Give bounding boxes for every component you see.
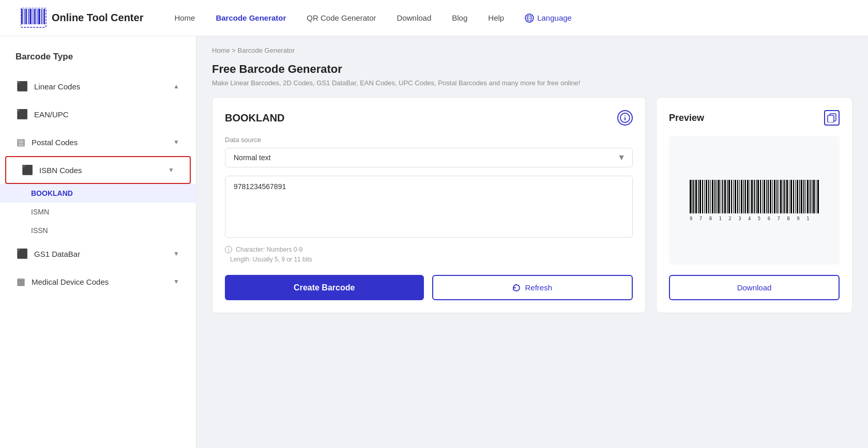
nav-help[interactable]: Help (488, 13, 504, 22)
nav-home[interactable]: Home (174, 13, 195, 22)
medical-label: Medical Device Codes (32, 277, 109, 286)
language-selector[interactable]: Language (525, 13, 572, 23)
header: Online Tool Center Home Barcode Generato… (0, 0, 868, 36)
svg-rect-65 (779, 180, 779, 213)
svg-rect-25 (695, 180, 697, 213)
svg-rect-84 (817, 180, 819, 213)
svg-rect-42 (731, 180, 732, 213)
svg-rect-57 (762, 180, 763, 213)
isbn-codes-label: ISBN Codes (39, 166, 82, 175)
svg-point-18 (625, 116, 626, 117)
gs1-label: GS1 DataBar (34, 250, 80, 258)
svg-rect-77 (803, 180, 804, 213)
svg-rect-9 (41, 9, 42, 24)
nav-download[interactable]: Download (397, 13, 432, 22)
svg-rect-78 (805, 180, 806, 213)
svg-rect-34 (714, 180, 715, 213)
svg-rect-81 (812, 180, 813, 213)
hint-icon: i (225, 246, 232, 253)
svg-rect-3 (28, 9, 29, 24)
svg-rect-22 (690, 180, 691, 213)
svg-rect-72 (793, 180, 794, 213)
svg-rect-49 (745, 180, 746, 213)
svg-rect-6 (34, 9, 36, 24)
sidebar-sub-ismn[interactable]: ISMN (0, 203, 196, 221)
breadcrumb-current: Barcode Generator (238, 47, 295, 54)
sidebar-item-postal-codes[interactable]: ▤ Postal Codes ▼ (0, 128, 196, 156)
datasource-label: Data source (225, 136, 633, 144)
sidebar-sub-bookland[interactable]: BOOKLAND (0, 184, 196, 203)
svg-rect-30 (706, 180, 707, 213)
svg-rect-71 (790, 180, 792, 213)
sidebar-item-medical[interactable]: ▦ Medical Device Codes ▼ (0, 268, 196, 296)
svg-rect-40 (727, 180, 728, 213)
svg-rect-5 (33, 9, 34, 24)
main-layout: Barcode Type ⬛ Linear Codes ▲ ⬛ EAN/UPC … (0, 36, 868, 448)
panel-title: BOOKLAND (225, 112, 285, 124)
svg-rect-23 (692, 180, 693, 213)
sidebar-sub-issn[interactable]: ISSN (0, 221, 196, 240)
copy-icon[interactable] (824, 110, 840, 126)
sidebar-title: Barcode Type (0, 47, 196, 72)
barcode-image: 9 7 8 1 2 3 4 5 6 7 8 9 1 (687, 180, 821, 221)
svg-rect-4 (29, 9, 32, 24)
svg-rect-55 (757, 180, 759, 213)
svg-rect-46 (739, 180, 740, 213)
qr-icon: ▦ (17, 276, 25, 287)
svg-rect-83 (816, 180, 816, 213)
svg-rect-67 (783, 180, 784, 213)
svg-rect-39 (724, 180, 726, 213)
svg-rect-38 (722, 180, 723, 213)
ean-upc-label: EAN/UPC (34, 110, 69, 119)
language-label: Language (537, 13, 572, 22)
sidebar-item-ean-upc[interactable]: ⬛ EAN/UPC (0, 100, 196, 128)
create-barcode-button[interactable]: Create Barcode (225, 275, 424, 300)
nav-qr-code[interactable]: QR Code Generator (307, 13, 376, 22)
chevron-down-icon-4: ▼ (173, 278, 179, 285)
chevron-down-icon: ▼ (173, 138, 179, 146)
refresh-icon (512, 284, 521, 292)
barcode-icon-2: ⬛ (17, 109, 28, 120)
panels: BOOKLAND Data source Normal text URL (212, 97, 852, 313)
download-button[interactable]: Download (669, 275, 840, 300)
button-row: Create Barcode Refresh (225, 275, 633, 300)
logo-area: Online Tool Center (21, 8, 143, 28)
svg-rect-61 (770, 180, 771, 213)
sidebar-item-linear-codes[interactable]: ⬛ Linear Codes ▲ (0, 72, 196, 100)
barcode-value-input[interactable]: 9781234567891 (225, 176, 633, 238)
svg-rect-66 (780, 180, 782, 213)
refresh-button[interactable]: Refresh (432, 275, 633, 300)
svg-rect-73 (795, 180, 796, 213)
svg-rect-80 (810, 180, 811, 213)
svg-rect-2 (25, 9, 27, 24)
breadcrumb-home[interactable]: Home (212, 47, 230, 54)
info-icon[interactable] (617, 110, 633, 126)
chevron-up-icon: ▲ (173, 83, 179, 90)
svg-rect-54 (756, 180, 757, 213)
svg-rect-51 (750, 180, 750, 213)
hint-line1: Character: Numbers 0-9 (236, 246, 302, 253)
svg-rect-68 (784, 180, 785, 213)
sidebar-item-isbn-codes[interactable]: ⬛ ISBN Codes ▼ (5, 156, 191, 184)
barcode-icon-4: ⬛ (22, 164, 33, 176)
chevron-down-icon-3: ▼ (173, 250, 179, 257)
sidebar-item-gs1[interactable]: ⬛ GS1 DataBar ▼ (0, 240, 196, 268)
svg-rect-36 (718, 180, 720, 213)
svg-rect-63 (774, 180, 775, 213)
datasource-select[interactable]: Normal text URL Email (225, 148, 633, 167)
nav-barcode-generator[interactable]: Barcode Generator (216, 13, 286, 22)
svg-rect-10 (43, 9, 45, 24)
svg-rect-0 (21, 9, 23, 24)
svg-rect-1 (24, 9, 25, 24)
right-panel: Preview (656, 97, 852, 313)
svg-rect-37 (721, 180, 721, 213)
svg-rect-64 (776, 180, 778, 213)
preview-title: Preview (669, 113, 704, 123)
breadcrumb-separator: > (232, 47, 236, 54)
svg-rect-31 (708, 180, 709, 213)
page-subtitle: Make Linear Barcodes, 2D Codes, GS1 Data… (212, 79, 852, 87)
nav-blog[interactable]: Blog (452, 13, 467, 22)
logo-icon (21, 8, 47, 28)
svg-rect-79 (807, 180, 809, 213)
logo-text: Online Tool Center (52, 12, 143, 24)
